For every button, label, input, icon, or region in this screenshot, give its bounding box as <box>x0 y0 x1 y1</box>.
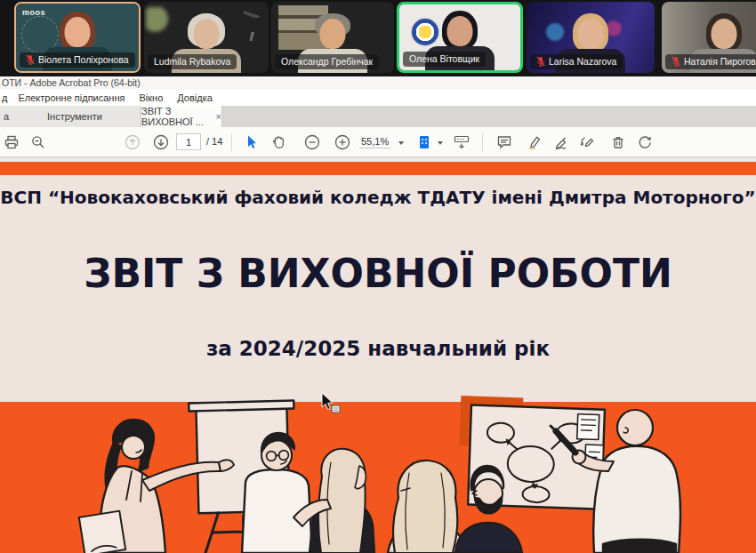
participant-tile-natalia[interactable]: Наталія Пирогова <box>662 2 756 73</box>
moos-logo: moos <box>22 8 45 17</box>
mic-muted-icon <box>536 56 545 67</box>
tab-tools[interactable]: Інструменти <box>12 106 137 127</box>
mic-muted-icon <box>26 54 35 65</box>
participant-name-pill: Олена Вітовщик <box>403 52 486 67</box>
mouse-cursor <box>320 392 342 415</box>
participant-name: Олександр Гребінчак <box>281 56 373 67</box>
slide-college-line: ВСП “Новокаховський фаховий коледж ТДАТУ… <box>0 187 756 208</box>
search-icon[interactable] <box>28 132 48 152</box>
window-title-bar: ОТИ - Adobe Acrobat Pro (64-bit) <box>0 76 756 90</box>
zoom-level-value[interactable]: 55,1% <box>359 136 390 148</box>
participant-tile-violeta[interactable]: moos Віолета Поліхронова <box>14 2 141 73</box>
participant-name: Олена Вітовщик <box>409 53 479 64</box>
zoom-dropdown-caret-icon[interactable] <box>398 141 404 145</box>
menu-item-help[interactable]: Довідка <box>170 90 220 106</box>
participant-name: Larisa Nazarova <box>549 56 616 67</box>
menu-bar: д Електронне підписання Вікно Довідка <box>0 90 756 106</box>
slide-orange-top-bar <box>0 162 756 175</box>
participant-name-pill: Ludmila Rybakova <box>148 54 237 69</box>
participant-name: Ludmila Rybakova <box>154 56 230 67</box>
toolbar-divider <box>231 133 232 151</box>
video-strip: moos Віолета Поліхронова Ludmila Rybakov… <box>0 0 756 76</box>
participant-tile-ludmila[interactable]: Ludmila Rybakova <box>144 2 269 73</box>
page-down-icon[interactable] <box>151 132 171 152</box>
participant-name-pill: Наталія Пирогова <box>665 54 756 69</box>
toolbar-options-icon[interactable] <box>452 132 471 152</box>
refresh-icon[interactable] <box>635 132 655 152</box>
participant-tile-olena-active-speaker[interactable]: Олена Вітовщик <box>397 2 523 73</box>
window-title: ОТИ - Adobe Acrobat Pro (64-bit) <box>2 77 141 88</box>
zoom-out-icon[interactable] <box>302 132 322 152</box>
slide-illustration <box>0 391 756 553</box>
comment-icon[interactable] <box>495 132 514 152</box>
page-up-icon[interactable] <box>123 132 142 152</box>
select-tool-icon[interactable] <box>242 132 261 152</box>
page-total-label: / 14 <box>206 136 222 147</box>
participant-name: Віолета Поліхронова <box>38 54 129 65</box>
tab-home-partial[interactable]: а <box>0 106 12 127</box>
participant-name-pill: Олександр Гребінчак <box>275 54 379 69</box>
tab-bar-empty <box>221 106 756 127</box>
participant-name-pill: Віолета Поліхронова <box>20 52 135 68</box>
menu-item-window[interactable]: Вікно <box>132 90 170 106</box>
edit-icon[interactable] <box>578 132 598 152</box>
delete-icon[interactable] <box>608 132 628 152</box>
highlight-icon[interactable] <box>525 132 544 152</box>
hand-tool-icon[interactable] <box>269 132 288 152</box>
slide-subtitle: за 2024/2025 навчальний рік <box>0 337 756 360</box>
menu-item-esign[interactable]: Електронне підписання <box>11 90 132 106</box>
print-icon[interactable] <box>2 132 21 152</box>
screen: moos Віолета Поліхронова Ludmila Rybakov… <box>0 0 756 553</box>
slide-title: ЗВІТ З ВИХОВНОЇ РОБОТИ <box>0 251 756 296</box>
participant-tile-larisa[interactable]: Larisa Nazarova <box>527 2 655 73</box>
fit-page-icon[interactable] <box>414 132 434 152</box>
zoom-in-icon[interactable] <box>333 132 352 152</box>
participant-tile-oleksandr[interactable]: Олександр Гребінчак <box>271 2 394 73</box>
tab-close-icon[interactable]: × <box>216 111 221 122</box>
fill-sign-icon[interactable] <box>551 132 571 152</box>
mic-muted-icon <box>672 56 680 67</box>
participant-name: Наталія Пирогова <box>684 56 756 67</box>
toolbar-divider <box>482 133 483 151</box>
tab-document-label: ЗВІТ З ВИХОВНОЇ ... <box>141 106 211 127</box>
fit-page-dropdown-caret-icon[interactable] <box>438 141 443 145</box>
menu-item-partial[interactable]: д <box>0 90 11 106</box>
toolbar: / 14 55,1% <box>0 127 756 157</box>
pdf-document-viewport[interactable]: ВСП “Новокаховський фаховий коледж ТДАТУ… <box>0 157 756 553</box>
tab-document-active[interactable]: ЗВІТ З ВИХОВНОЇ ... × <box>141 106 222 127</box>
page-number-input[interactable] <box>176 133 201 150</box>
participant-name-pill: Larisa Nazarova <box>530 54 623 69</box>
tab-bar: а Інструменти ЗВІТ З ВИХОВНОЇ ... × <box>0 106 756 127</box>
